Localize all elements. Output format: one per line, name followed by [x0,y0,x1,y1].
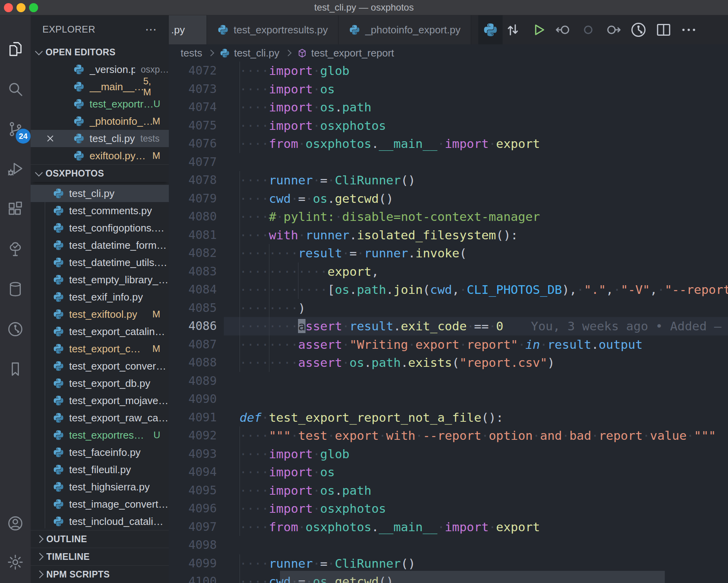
code-text[interactable]: ····runner·=·CliRunner() [224,171,728,189]
more-actions-button[interactable] [680,21,698,39]
activity-source-control-icon[interactable]: 24 [6,120,24,138]
code-text[interactable]: ············export, [224,262,728,281]
line-number[interactable]: 4085 [169,299,224,317]
code-line[interactable]: 4072····import·glob [169,62,728,80]
code-line[interactable]: 4096····import·osxphotos [169,499,728,518]
tree-item[interactable]: test_empty_library_… [31,271,169,288]
line-number[interactable]: 4080 [169,208,224,226]
code-text[interactable]: ····import·os [224,463,728,481]
open-editor-item[interactable]: _photoinfo_…M [31,113,169,130]
line-number[interactable]: 4100 [169,572,224,583]
code-line[interactable]: 4090 [169,390,728,408]
code-text[interactable]: ····cwd·=·os.getcwd() [224,189,728,208]
line-number[interactable]: 4097 [169,518,224,536]
tree-item[interactable]: test_datetime_form… [31,237,169,254]
code-text[interactable]: ············[os.path.join(cwd,·CLI_PHOTO… [224,281,728,299]
code-text[interactable] [224,390,728,408]
tree-item[interactable]: test_configoptions.… [31,219,169,237]
code-line[interactable]: 4080····#·pylint:·disable=not-context-ma… [169,208,728,226]
code-text[interactable]: ····"""·test·export·with·--report·option… [224,426,728,445]
line-number[interactable]: 4087 [169,335,224,354]
tree-item[interactable]: test_export_raw_ca… [31,409,169,426]
open-editor-item[interactable]: __main__.…5, M [31,78,169,95]
code-line[interactable]: 4076····from·osxphotos.__main__·import·e… [169,135,728,153]
code-text[interactable]: ····import·os.path [224,98,728,117]
line-number[interactable]: 4082 [169,244,224,262]
code-line[interactable]: 4091def·test_export_report_not_a_file(): [169,408,728,427]
python-interpreter-button[interactable] [478,15,503,44]
code-line[interactable]: 4088········assert·os.path.exists("repor… [169,353,728,372]
tree-item[interactable]: test_exportres…U [31,426,169,444]
tree-item[interactable]: test_highsierra.py [31,478,169,496]
code-text[interactable]: ····import·osxphotos [224,117,728,135]
activity-todo-tree-icon[interactable] [6,240,24,258]
tree-item[interactable]: test_cli.py [31,185,169,202]
line-number[interactable]: 4081 [169,226,224,244]
code-text[interactable] [224,153,728,171]
code-text[interactable]: ····import·glob [224,62,728,80]
line-number[interactable]: 4096 [169,499,224,518]
activity-account-icon[interactable] [6,514,24,532]
code-line[interactable]: 4086········assert·result.exit_code·==·0… [169,317,728,335]
line-number[interactable]: 4091 [169,408,224,427]
code-text[interactable]: def·test_export_report_not_a_file(): [224,408,728,427]
line-number[interactable]: 4086 [169,317,224,335]
step-forward-button[interactable] [604,21,622,39]
compare-changes-button[interactable] [504,21,522,39]
code-text[interactable]: ········assert·"Writing·export·report"·i… [224,335,728,354]
code-text[interactable]: ····import·glob [224,445,728,463]
tree-item[interactable]: test_export_catalin… [31,323,169,340]
code-line[interactable]: 4077 [169,153,728,171]
code-line[interactable]: 4093····import·glob [169,445,728,463]
record-button[interactable] [579,21,597,39]
code-text[interactable] [224,536,728,554]
activity-explorer-icon[interactable] [6,40,24,58]
code-line[interactable]: 4087········assert·"Writing·export·repor… [169,335,728,354]
line-number[interactable]: 4099 [169,554,224,573]
breadcrumb-item[interactable]: test_export_report [311,47,394,59]
code-text[interactable]: ········assert·os.path.exists("report.cs… [224,353,728,372]
code-line[interactable]: 4078····runner·=·CliRunner() [169,171,728,189]
line-number[interactable]: 4093 [169,445,224,463]
tree-item[interactable]: test_comments.py [31,202,169,219]
code-line[interactable]: 4089 [169,372,728,390]
close-icon[interactable] [45,133,56,144]
tree-item[interactable]: test_faceinfo.py [31,444,169,461]
line-number[interactable]: 4077 [169,153,224,171]
open-editor-item[interactable]: exiftool.py…M [31,147,169,164]
line-number[interactable]: 4094 [169,463,224,481]
line-number[interactable]: 4095 [169,481,224,500]
code-text[interactable]: ········result·=·runner.invoke( [224,244,728,262]
line-number[interactable]: 4084 [169,281,224,299]
code-line[interactable]: 4081····with·runner.isolated_filesystem(… [169,226,728,244]
run-file-button[interactable] [529,21,547,39]
line-number[interactable]: 4090 [169,390,224,408]
code-text[interactable]: ····with·runner.isolated_filesystem(): [224,226,728,244]
horizontal-scrollbar[interactable] [280,571,665,583]
tree-item[interactable]: test_exiftool.pyM [31,306,169,323]
code-editor[interactable]: 4072····import·glob4073····import·os4074… [169,62,728,583]
line-number[interactable]: 4088 [169,353,224,372]
line-number[interactable]: 4089 [169,372,224,390]
activity-gitlens-icon[interactable] [6,320,24,338]
section-outline[interactable]: OUTLINE [31,530,169,548]
code-text[interactable]: ····import·os [224,80,728,98]
gitlens-graph-button[interactable] [629,21,648,39]
step-back-button[interactable] [554,21,572,39]
code-line[interactable]: 4083············export, [169,262,728,281]
code-text[interactable]: ····import·os.path [224,481,728,500]
more-actions-icon[interactable]: ⋯ [145,15,157,44]
split-editor-button[interactable] [655,21,673,39]
code-line[interactable]: 4084············[os.path.join(cwd,·CLI_P… [169,281,728,299]
tree-item[interactable]: test_export_conver… [31,357,169,375]
code-text[interactable]: ····from·osxphotos.__main__·import·expor… [224,518,728,536]
tab[interactable]: .py [169,15,207,44]
tree-item[interactable]: test_incloud_catali… [31,513,169,530]
code-line[interactable]: 4075····import·osxphotos [169,117,728,135]
code-line[interactable]: 4085········) [169,299,728,317]
breadcrumb-item[interactable]: test_cli.py [234,47,280,59]
code-text[interactable]: ········assert·result.exit_code·==·0You,… [224,317,728,335]
activity-run-and-debug-icon[interactable] [6,160,24,178]
open-editor-item[interactable]: test_exportr…U [31,95,169,113]
tree-item[interactable]: test_fileutil.py [31,461,169,478]
